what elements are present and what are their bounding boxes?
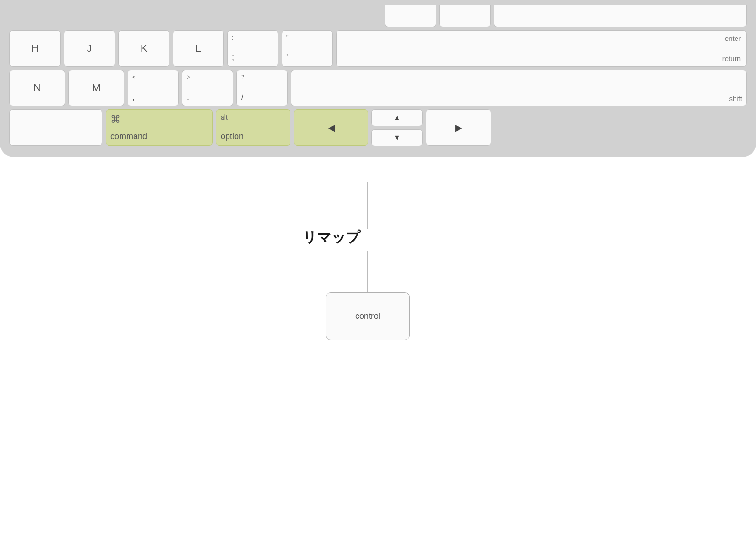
key-up-arrow[interactable]: ▲	[371, 109, 423, 126]
key-down-arrow-icon: ▼	[393, 134, 401, 142]
connector-line-bot	[367, 251, 368, 293]
key-period-bot: .	[187, 92, 229, 102]
key-quote-top: "	[286, 34, 328, 42]
key-control-label: control	[355, 311, 380, 321]
key-option-top: alt	[221, 113, 286, 121]
key-k[interactable]: K	[118, 30, 169, 67]
key-bracket-close[interactable]: ]	[439, 5, 491, 27]
key-k-label: K	[123, 34, 165, 63]
key-enter-bot: return	[342, 54, 741, 62]
key-control-box[interactable]: control	[326, 292, 410, 340]
key-right-arrow-icon: ▶	[431, 113, 486, 142]
key-slash[interactable]: ? /	[236, 70, 288, 106]
key-l-label: L	[177, 34, 219, 63]
key-down-arrow[interactable]: ▼	[371, 129, 423, 146]
key-l[interactable]: L	[173, 30, 224, 67]
key-enter-top: enter	[342, 34, 741, 42]
key-up-arrow-icon: ▲	[393, 114, 401, 122]
key-enter[interactable]: enter return	[336, 30, 747, 67]
key-m[interactable]: M	[68, 70, 124, 106]
key-n-label: N	[14, 74, 61, 102]
key-left-arrow[interactable]: ◀	[294, 109, 368, 146]
key-fn-ctrl[interactable]	[9, 109, 102, 146]
key-semicolon[interactable]: : ;	[227, 30, 278, 67]
key-semicolon-bot: ;	[232, 53, 274, 63]
key-option[interactable]: alt option	[216, 109, 290, 146]
key-quote-bot: '	[286, 53, 328, 63]
page-container: [ ] \ H	[0, 0, 756, 538]
key-bracket-open[interactable]: [	[385, 5, 436, 27]
key-j[interactable]: J	[64, 30, 115, 67]
key-updown-container: ▲ ▼	[371, 109, 423, 146]
key-option-label: option	[221, 132, 286, 142]
key-comma-bot: ,	[132, 92, 174, 102]
key-comma[interactable]: < ,	[128, 70, 179, 106]
key-quote[interactable]: " '	[282, 30, 333, 67]
top-partial-row: [ ] \	[9, 5, 747, 30]
key-j-label: J	[68, 34, 110, 63]
key-shift[interactable]: shift	[291, 70, 747, 106]
key-command-label: command	[110, 132, 208, 142]
key-h-label: H	[14, 34, 56, 63]
key-m-label: M	[73, 74, 120, 102]
key-slash-top: ?	[241, 74, 283, 81]
row-bottom: ⌘ command alt option ◀ ▲	[9, 109, 747, 146]
key-left-arrow-icon: ◀	[298, 113, 364, 142]
keyboard-area: [ ] \ H	[0, 0, 756, 157]
key-right-arrow[interactable]: ▶	[426, 109, 491, 146]
keyboard-body: [ ] \ H	[0, 0, 756, 157]
key-comma-top: <	[132, 74, 174, 81]
connector-line-top	[367, 182, 368, 229]
key-command[interactable]: ⌘ command	[106, 109, 213, 146]
key-period[interactable]: > .	[182, 70, 233, 106]
key-semicolon-top: :	[232, 34, 274, 42]
key-shift-label: shift	[296, 94, 742, 102]
key-h[interactable]: H	[9, 30, 61, 67]
key-n[interactable]: N	[9, 70, 65, 106]
key-slash-bot: /	[241, 92, 283, 102]
key-period-top: >	[187, 74, 229, 81]
key-backslash[interactable]: \	[494, 5, 747, 27]
key-command-icon: ⌘	[110, 113, 208, 127]
row-hjkl: H J K L : ; " '	[9, 30, 747, 67]
remap-label: リマップ	[303, 228, 360, 247]
row-nm: N M < , > . ? / shift	[9, 70, 747, 106]
